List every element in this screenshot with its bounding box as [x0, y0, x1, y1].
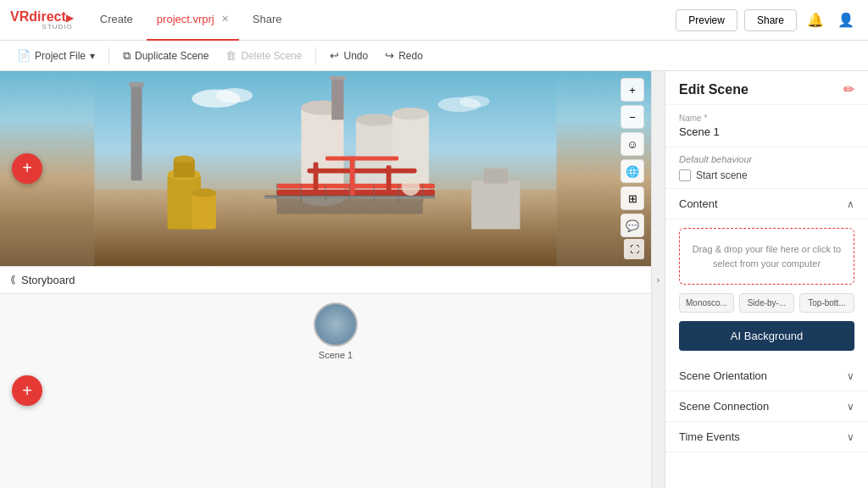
svg-point-6	[301, 191, 343, 206]
collapse-panel-button[interactable]: ›	[651, 71, 665, 488]
scene-orientation-chevron-icon: ∨	[847, 370, 854, 382]
svg-rect-22	[174, 159, 195, 178]
svg-point-10	[392, 108, 429, 119]
scene-orientation-accordion[interactable]: Scene Orientation ∨	[665, 361, 868, 391]
svg-rect-27	[483, 169, 508, 184]
duplicate-scene-button[interactable]: ⧉ Duplicate Scene	[116, 46, 215, 66]
share-button[interactable]: Share	[744, 9, 797, 31]
svg-rect-26	[471, 180, 520, 229]
scene-connection-chevron-icon: ∨	[847, 401, 854, 413]
nav-tab-project[interactable]: project.vrprj ✕	[147, 0, 239, 41]
name-field-section: Name * Scene 1	[665, 105, 868, 147]
svg-rect-29	[277, 199, 423, 214]
svg-rect-19	[387, 165, 392, 196]
canvas-add-button[interactable]: +	[12, 153, 42, 184]
scene-background	[0, 71, 651, 266]
top-bottom-button[interactable]: Top-bott...	[799, 293, 854, 313]
svg-rect-20	[168, 175, 201, 230]
svg-point-25	[192, 188, 216, 197]
start-scene-checkbox[interactable]	[679, 169, 691, 181]
grid-tool-button[interactable]: ⊞	[620, 186, 644, 210]
logo-vr: VRdirect▶	[10, 10, 73, 24]
delete-icon: 🗑	[225, 49, 236, 62]
zoom-in-button[interactable]: +	[620, 78, 644, 102]
right-panel: Edit Scene ✏ Name * Scene 1 Default beha…	[665, 71, 868, 488]
logo: VRdirect▶ STUDIO	[10, 10, 73, 30]
canvas-toolbar: + − ☺ 🌐 ⊞ 💬	[620, 78, 644, 237]
svg-point-5	[301, 100, 343, 114]
svg-rect-15	[307, 169, 416, 174]
storyboard-chevron-icon: ⟪	[10, 274, 16, 286]
toolbar: 📄 Project File ▾ ⧉ Duplicate Scene 🗑 Del…	[0, 41, 868, 71]
undo-icon: ↩	[330, 49, 339, 62]
zoom-out-button[interactable]: −	[620, 105, 644, 129]
dropdown-icon: ▾	[90, 50, 95, 62]
start-scene-row: Start scene	[679, 169, 854, 181]
user-icon[interactable]: 👤	[834, 8, 858, 31]
edit-scene-title: Edit Scene	[679, 82, 748, 97]
main-layout: + − ☺ 🌐 ⊞ 💬 + ⛶ ⟪ Storyboard + Scene 1	[0, 71, 868, 488]
svg-rect-11	[331, 77, 343, 119]
content-section-header[interactable]: Content ∧	[665, 189, 868, 219]
svg-rect-7	[356, 119, 396, 198]
comment-tool-button[interactable]: 💬	[620, 214, 644, 237]
content-chevron-icon: ∧	[847, 198, 854, 210]
redo-icon: ↪	[385, 49, 394, 62]
logo-vr-text: VR	[10, 9, 29, 24]
scene-thumbnail[interactable]	[314, 302, 358, 347]
name-field-label: Name *	[679, 114, 854, 123]
globe-tool-button[interactable]: 🌐	[620, 159, 644, 183]
emoji-tool-button[interactable]: ☺	[620, 132, 644, 156]
svg-point-41	[459, 96, 490, 108]
nav-tab-share[interactable]: Share	[242, 0, 292, 41]
logo-studio: STUDIO	[10, 24, 73, 30]
toolbar-separator-2	[315, 47, 316, 64]
duplicate-icon: ⧉	[123, 49, 131, 63]
svg-rect-4	[301, 108, 343, 199]
storyboard-content: + Scene 1	[0, 293, 651, 489]
file-drop-zone[interactable]: Drag & drop your file here or click to s…	[679, 228, 854, 285]
undo-button[interactable]: ↩ Undo	[323, 46, 375, 65]
storyboard-add-button[interactable]: +	[12, 375, 42, 406]
svg-point-39	[216, 88, 253, 103]
project-file-button[interactable]: 📄 Project File ▾	[10, 46, 102, 65]
storyboard-bar[interactable]: ⟪ Storyboard	[0, 266, 651, 293]
scene-connection-title: Scene Connection	[679, 400, 769, 413]
scene-connection-accordion[interactable]: Scene Connection ∨	[665, 391, 868, 422]
svg-point-40	[438, 97, 481, 112]
svg-rect-2	[131, 83, 142, 180]
default-behaviour-label: Default behaviour	[679, 154, 854, 164]
file-icon: 📄	[17, 49, 31, 62]
content-section: Content ∧ Drag & drop your file here or …	[665, 189, 868, 361]
svg-rect-24	[192, 192, 216, 229]
scene-orientation-title: Scene Orientation	[679, 369, 767, 382]
close-tab-icon[interactable]: ✕	[221, 14, 229, 25]
svg-rect-14	[277, 184, 435, 189]
nav-tab-create[interactable]: Create	[90, 0, 143, 41]
svg-rect-18	[350, 156, 355, 196]
logo-arrow: ▶	[66, 13, 73, 23]
ai-background-button[interactable]: AI Background	[679, 321, 854, 351]
svg-point-42	[402, 178, 420, 197]
svg-rect-17	[314, 163, 319, 196]
nav-right: Preview Share 🔔 👤	[676, 8, 858, 31]
time-events-accordion[interactable]: Time Events ∨	[665, 422, 868, 452]
right-panel-header: Edit Scene ✏	[665, 71, 868, 105]
content-section-title: Content	[679, 197, 718, 210]
redo-button[interactable]: ↪ Redo	[378, 46, 430, 65]
bell-icon[interactable]: 🔔	[804, 8, 827, 31]
fullscreen-icon[interactable]: ⛶	[624, 239, 644, 259]
name-field-value[interactable]: Scene 1	[679, 125, 854, 138]
edit-pencil-icon[interactable]: ✏	[843, 81, 854, 97]
time-events-chevron-icon: ∨	[847, 431, 854, 443]
default-behaviour-section: Default behaviour Start scene	[665, 147, 868, 189]
svg-rect-28	[264, 196, 435, 199]
side-by-side-button[interactable]: Side-by-...	[739, 293, 794, 313]
start-scene-label: Start scene	[696, 169, 748, 181]
preview-button[interactable]: Preview	[676, 9, 737, 31]
delete-scene-button[interactable]: 🗑 Delete Scene	[219, 46, 309, 65]
left-panel: + − ☺ 🌐 ⊞ 💬 + ⛶ ⟪ Storyboard + Scene 1	[0, 71, 651, 488]
scene-label: Scene 1	[319, 350, 353, 360]
monoscopic-button[interactable]: Monosco...	[679, 293, 734, 313]
svg-rect-13	[277, 190, 435, 196]
